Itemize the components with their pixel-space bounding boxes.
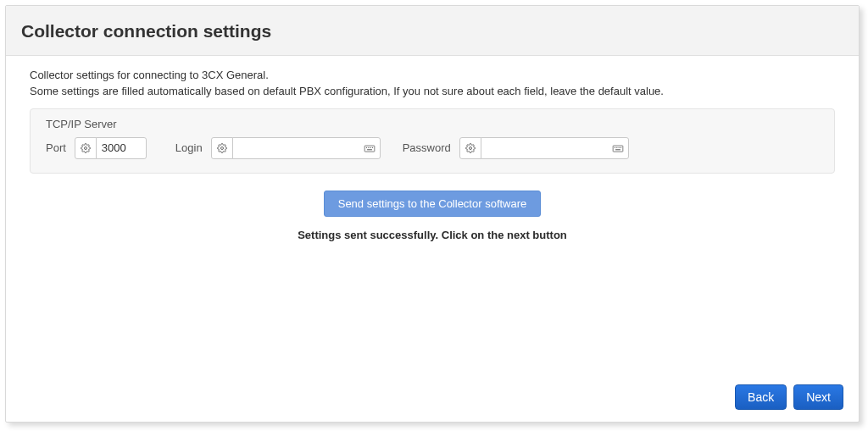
login-gear-icon[interactable]: [211, 137, 233, 159]
svg-rect-6: [372, 147, 373, 148]
svg-rect-12: [618, 147, 619, 148]
footer-nav: Back Next: [735, 384, 843, 410]
fieldset-legend: TCP/IP Server: [46, 118, 819, 130]
back-button[interactable]: Back: [735, 384, 787, 410]
port-gear-icon[interactable]: [75, 137, 97, 159]
svg-rect-4: [368, 147, 369, 148]
panel-body: Collector settings for connecting to 3CX…: [6, 56, 859, 422]
port-label: Port: [46, 141, 66, 154]
svg-rect-14: [615, 149, 620, 150]
svg-rect-13: [620, 147, 621, 148]
tcpip-server-fieldset: TCP/IP Server Port Login: [30, 108, 835, 174]
intro-text: Collector settings for connecting to 3CX…: [30, 68, 835, 100]
status-message: Settings sent successfully. Click on the…: [30, 229, 835, 241]
svg-rect-7: [367, 149, 372, 150]
svg-point-1: [220, 146, 223, 149]
port-input[interactable]: [96, 137, 147, 159]
svg-point-0: [84, 146, 86, 149]
login-input[interactable]: [232, 137, 381, 159]
keyboard-icon: [364, 142, 376, 154]
center-actions: Send settings to the Collector software …: [30, 191, 835, 241]
password-gear-icon[interactable]: [459, 137, 481, 159]
login-label: Login: [175, 141, 203, 154]
svg-rect-9: [613, 146, 623, 152]
svg-rect-2: [364, 146, 375, 152]
send-settings-button[interactable]: Send settings to the Collector software: [324, 191, 542, 217]
svg-rect-3: [366, 147, 367, 148]
password-input-group: [459, 137, 629, 159]
intro-line2: Some settings are filled automatically b…: [30, 84, 835, 100]
panel-header: Collector connection settings: [6, 6, 859, 56]
settings-panel: Collector connection settings Collector …: [5, 5, 860, 423]
svg-rect-5: [370, 147, 370, 148]
page-title: Collector connection settings: [21, 21, 843, 41]
svg-point-8: [469, 146, 471, 149]
svg-rect-11: [616, 147, 617, 148]
next-button[interactable]: Next: [793, 384, 843, 410]
password-input[interactable]: [481, 137, 629, 159]
password-label: Password: [403, 141, 451, 154]
login-input-group: [211, 137, 381, 159]
svg-rect-10: [615, 147, 615, 148]
intro-line1: Collector settings for connecting to 3CX…: [30, 68, 835, 84]
port-input-group: [75, 137, 147, 159]
keyboard-icon: [612, 142, 624, 154]
fields-row: Port Login: [46, 137, 819, 159]
